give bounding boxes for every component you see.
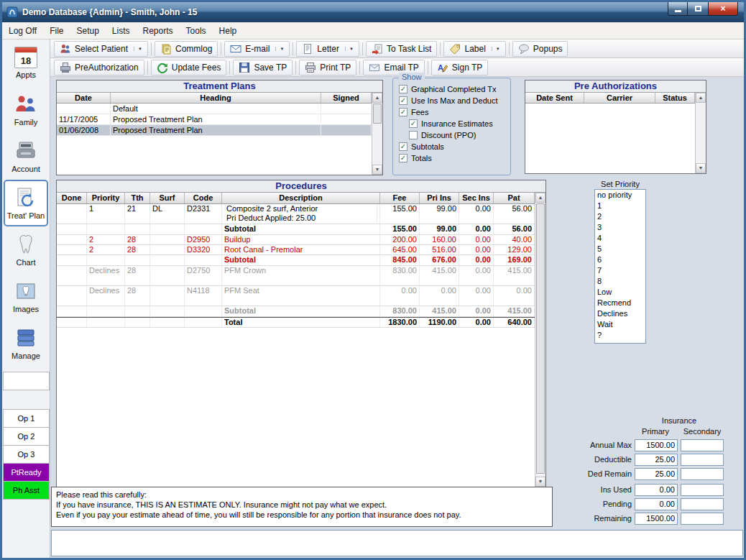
procedure-row[interactable]: 2 28 D3320 Root Canal - Premolar 645.00 … xyxy=(57,245,535,255)
treatment-plan-row[interactable]: 11/17/2005 Proposed Treatment Plan xyxy=(57,114,372,125)
ins-used-primary-field[interactable]: 0.00 xyxy=(635,484,678,496)
checkbox-totals[interactable]: ✓ Totals xyxy=(399,152,510,164)
set-priority-list[interactable]: no priority 1 2 3 4 5 6 7 8 Low Recmend … xyxy=(594,189,646,344)
column-header[interactable]: Priority xyxy=(87,193,125,203)
close-button[interactable]: × xyxy=(708,2,738,16)
menu-item-lists[interactable]: Lists xyxy=(106,24,137,38)
column-header[interactable]: Date xyxy=(57,93,111,103)
minimize-button[interactable] xyxy=(668,2,688,16)
letter-button[interactable]: Letter ▼ xyxy=(296,41,359,57)
op-button-1[interactable]: Op 1 xyxy=(3,409,50,428)
scroll-down-icon[interactable]: ▼ xyxy=(696,163,706,173)
annual-max-secondary-field[interactable] xyxy=(681,439,724,451)
update-fees-button[interactable]: Update Fees xyxy=(151,60,227,75)
checkbox-graphical-completed-tx[interactable]: ✓ Graphical Completed Tx xyxy=(399,83,510,95)
procedure-row[interactable]: Declines 28 D2750 PFM Crown 830.00 415.0… xyxy=(57,266,535,286)
status-ph-asst[interactable]: Ph Asst xyxy=(3,481,50,500)
commlog-button[interactable]: Commlog xyxy=(155,41,218,57)
column-header[interactable]: Carrier xyxy=(584,93,655,103)
popups-button[interactable]: Popups xyxy=(512,41,568,57)
scrollbar[interactable]: ▲ ▼ xyxy=(695,93,706,173)
checkbox-insurance-estimates[interactable]: ✓ Insurance Estimates xyxy=(409,118,510,129)
sign-tp-button[interactable]: A Sign TP xyxy=(431,60,488,75)
sidebar-item-appts[interactable]: 18 Appts xyxy=(4,40,48,86)
priority-option[interactable]: Declines xyxy=(595,308,645,319)
column-header[interactable]: Done xyxy=(57,193,87,203)
column-header[interactable]: Description xyxy=(222,193,380,203)
priority-option[interactable]: no priority xyxy=(595,190,645,201)
column-header[interactable]: Signed xyxy=(321,93,372,103)
sidebar-item-family[interactable]: Family xyxy=(4,86,48,133)
priority-option[interactable]: 3 xyxy=(595,222,645,233)
chevron-down-icon[interactable]: ▼ xyxy=(134,47,142,51)
op-button-3[interactable]: Op 3 xyxy=(3,445,50,464)
priority-option[interactable]: Low xyxy=(595,287,645,298)
scrollbar[interactable]: ▲ ▼ xyxy=(535,193,545,487)
annual-max-primary-field[interactable]: 1500.00 xyxy=(635,439,678,451)
preauthorization-button[interactable]: PreAuthorization xyxy=(54,60,144,75)
ded-remain-primary-field[interactable]: 25.00 xyxy=(635,468,678,480)
column-header[interactable]: Date Sent xyxy=(525,93,584,103)
ded-remain-secondary-field[interactable] xyxy=(681,468,724,480)
select-patient-button[interactable]: Select Patient ▼ xyxy=(54,41,148,57)
column-header[interactable]: Status xyxy=(655,93,695,103)
menu-item-reports[interactable]: Reports xyxy=(137,24,180,38)
treatment-plan-row-selected[interactable]: 01/06/2008 Proposed Treatment Plan xyxy=(57,125,372,136)
procedure-row[interactable]: 1 21 DL D2331 Composite 2 surf, Anterior… xyxy=(57,204,535,224)
column-header[interactable]: Sec Ins xyxy=(459,193,494,203)
scroll-up-icon[interactable]: ▲ xyxy=(696,93,706,103)
ins-used-secondary-field[interactable] xyxy=(681,484,724,496)
priority-option[interactable]: 8 xyxy=(595,276,645,287)
scroll-down-icon[interactable]: ▼ xyxy=(372,165,382,175)
chevron-down-icon[interactable]: ▼ xyxy=(492,47,500,51)
priority-option[interactable]: 2 xyxy=(595,211,645,222)
checkbox-discount-ppo[interactable]: Discount (PPO) xyxy=(409,129,510,141)
op-button-2[interactable]: Op 2 xyxy=(3,427,50,446)
column-header[interactable]: Surf xyxy=(150,193,185,203)
sidebar-item-account[interactable]: Account xyxy=(4,133,48,180)
chevron-down-icon[interactable]: ▼ xyxy=(275,47,284,51)
scroll-thumb[interactable] xyxy=(373,104,382,124)
label-button[interactable]: Label ▼ xyxy=(443,41,505,57)
column-header[interactable]: Fee xyxy=(380,193,420,203)
plan-note-input[interactable] xyxy=(51,530,743,556)
status-ptready[interactable]: PtReady xyxy=(3,463,50,482)
column-header[interactable]: Tth xyxy=(125,193,150,203)
sidebar-item-treat-plan[interactable]: Treat' Plan xyxy=(4,180,48,226)
procedure-row[interactable]: Declines 28 N4118 PFM Seat 0.00 0.00 0.0… xyxy=(57,286,535,306)
email-button[interactable]: E-mail ▼ xyxy=(224,41,290,57)
priority-option[interactable]: ? xyxy=(595,330,645,341)
checkbox-use-ins-max-and-deduct[interactable]: ✓ Use Ins Max and Deduct xyxy=(399,95,510,106)
priority-option[interactable]: Wait xyxy=(595,319,645,330)
scroll-down-icon[interactable]: ▼ xyxy=(535,477,545,487)
menu-item-setup[interactable]: Setup xyxy=(70,24,105,38)
priority-option[interactable]: 4 xyxy=(595,233,645,244)
remaining-secondary-field[interactable] xyxy=(681,513,724,525)
sidebar-item-images[interactable]: Images xyxy=(4,273,48,320)
deductible-secondary-field[interactable] xyxy=(681,454,724,466)
print-tp-button[interactable]: Print TP xyxy=(299,60,356,75)
treatment-plan-row[interactable]: Default xyxy=(57,104,372,114)
priority-option[interactable]: Recmend xyxy=(595,298,645,308)
chevron-down-icon[interactable]: ▼ xyxy=(345,47,354,51)
menu-item-log-off[interactable]: Log Off xyxy=(2,24,43,38)
menu-item-tools[interactable]: Tools xyxy=(180,24,213,38)
deductible-primary-field[interactable]: 25.00 xyxy=(635,454,678,466)
pending-primary-field[interactable]: 0.00 xyxy=(635,498,678,510)
column-header[interactable]: Pat xyxy=(494,193,535,203)
column-header[interactable]: Heading xyxy=(111,93,321,103)
sidebar-item-manage[interactable]: Manage xyxy=(4,320,48,367)
menu-item-help[interactable]: Help xyxy=(213,24,244,38)
save-tp-button[interactable]: Save TP xyxy=(233,60,293,75)
scroll-up-icon[interactable]: ▲ xyxy=(372,93,382,103)
checkbox-fees[interactable]: ✓ Fees xyxy=(399,106,510,118)
priority-option[interactable]: 7 xyxy=(595,265,645,276)
to-task-list-button[interactable]: To Task List xyxy=(366,41,437,57)
priority-option[interactable]: 1 xyxy=(595,201,645,211)
priority-option[interactable]: 6 xyxy=(595,254,645,265)
scrollbar[interactable]: ▲ ▼ xyxy=(372,93,382,175)
scroll-thumb[interactable] xyxy=(536,203,545,474)
procedure-row[interactable]: 2 28 D2950 Buildup 200.00 160.00 0.00 40… xyxy=(57,235,535,245)
menu-item-file[interactable]: File xyxy=(43,24,70,38)
remaining-primary-field[interactable]: 1500.00 xyxy=(635,513,678,525)
